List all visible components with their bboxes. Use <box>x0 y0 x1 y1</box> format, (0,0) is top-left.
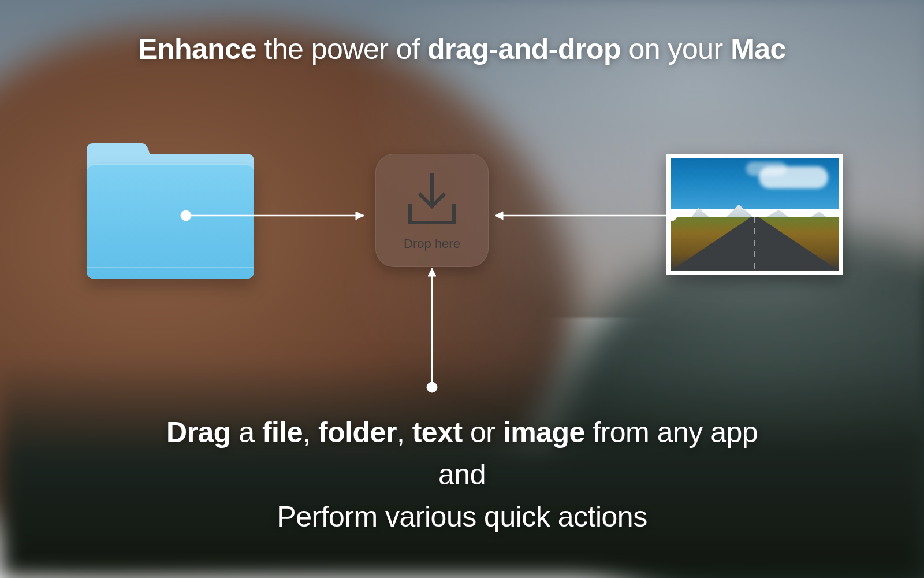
headline-word-mac: Mac <box>731 33 786 65</box>
landscape-photo-icon <box>671 158 839 271</box>
svg-marker-9 <box>428 268 436 276</box>
headline-word-enhance: Enhance <box>138 33 256 65</box>
subhead-word-text: text <box>412 416 463 449</box>
drop-target[interactable]: Drop here <box>375 154 489 267</box>
subhead-word-file: file <box>262 416 303 449</box>
subhead-word-image: image <box>503 416 585 449</box>
subhead-line-3: Perform various quick actions <box>0 496 924 538</box>
download-arrow-icon <box>397 169 467 233</box>
headline-word-drag-and-drop: drag-and-drop <box>427 33 621 65</box>
drop-target-label: Drop here <box>404 236 460 251</box>
subhead-segment: or <box>463 416 503 449</box>
image-thumbnail[interactable] <box>666 154 843 275</box>
subhead-line-2: and <box>0 454 924 496</box>
subheadline-text: Drag a file, folder, text or image from … <box>0 412 924 538</box>
subhead-segment: , <box>397 416 412 449</box>
headline-text-segment: on your <box>621 33 731 65</box>
arrow-folder-to-drop-icon <box>179 207 375 224</box>
subhead-line-1: Drag a file, folder, text or image from … <box>0 412 924 454</box>
subhead-segment: from any app <box>585 416 758 449</box>
svg-marker-6 <box>495 212 503 220</box>
subhead-word-drag: Drag <box>166 416 231 449</box>
headline-text-segment: the power of <box>256 33 427 65</box>
promo-canvas: Enhance the power of drag-and-drop on yo… <box>0 0 924 578</box>
svg-point-1 <box>181 210 191 221</box>
subhead-word-folder: folder <box>318 416 397 449</box>
subhead-segment: , <box>303 416 318 449</box>
subhead-segment: a <box>231 416 262 449</box>
svg-marker-3 <box>356 212 364 220</box>
arrow-image-to-drop-icon <box>494 207 679 224</box>
arrow-text-to-drop-icon <box>423 267 441 394</box>
svg-point-4 <box>666 210 677 221</box>
headline-text: Enhance the power of drag-and-drop on yo… <box>0 32 924 66</box>
illustration-row: Drop here <box>0 143 924 294</box>
svg-point-7 <box>427 382 437 392</box>
